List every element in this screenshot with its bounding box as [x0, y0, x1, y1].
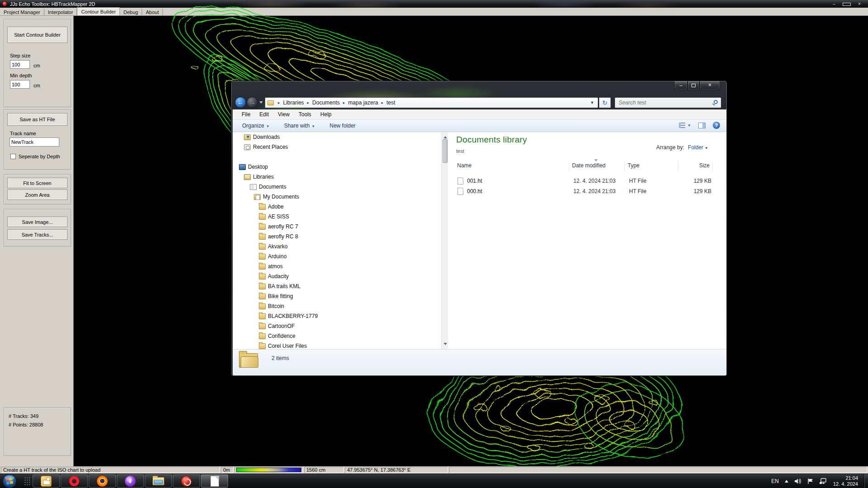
- explorer-maximize-button[interactable]: [687, 81, 700, 90]
- file-name: 001.ht: [467, 178, 571, 184]
- clock[interactable]: 21:04 12. 4. 2024: [833, 475, 858, 487]
- scroll-up-icon[interactable]: [444, 134, 447, 138]
- tree-item[interactable]: atmos: [233, 261, 441, 271]
- address-dropdown-icon[interactable]: ▼: [590, 100, 594, 105]
- tree-item-label: Documents: [259, 184, 286, 190]
- breadcrumb-item[interactable]: mapa jazera: [348, 99, 378, 106]
- tree-item[interactable]: Documents: [233, 182, 441, 192]
- network-icon[interactable]: [820, 478, 827, 484]
- explorer-window: – × ← → ▸ Libraries: [231, 81, 727, 376]
- scrollbar-thumb[interactable]: [443, 139, 448, 163]
- menu-item[interactable]: File: [237, 110, 255, 118]
- forward-button[interactable]: →: [247, 97, 258, 108]
- taskbar-app-button[interactable]: [145, 474, 172, 488]
- breadcrumb-item[interactable]: test: [386, 99, 395, 106]
- tree-item[interactable]: aerofly RC 8: [233, 232, 441, 242]
- tree-item[interactable]: Akvarko: [233, 242, 441, 251]
- show-hidden-icons-icon[interactable]: [785, 478, 788, 483]
- breadcrumb-item[interactable]: Documents: [312, 99, 340, 106]
- file-type: HT File: [626, 178, 680, 184]
- menu-item[interactable]: Help: [316, 110, 336, 118]
- step-size-input[interactable]: [10, 60, 30, 69]
- explorer-minimize-button[interactable]: –: [674, 81, 687, 90]
- menu-item[interactable]: View: [273, 110, 294, 118]
- tree-item-icon: [259, 284, 266, 289]
- explorer-close-button[interactable]: ×: [700, 81, 720, 90]
- tree-item[interactable]: Downloads: [233, 132, 441, 142]
- tree-item[interactable]: My Documents: [233, 192, 441, 202]
- tree-item[interactable]: Recent Places: [233, 142, 441, 152]
- save-as-ht-file-button[interactable]: Save as HT File: [7, 113, 67, 126]
- fit-to-screen-button[interactable]: Fit to Screen: [7, 178, 67, 188]
- tree-item[interactable]: [233, 152, 441, 162]
- tree-item[interactable]: Arduino: [233, 251, 441, 261]
- history-dropdown-icon[interactable]: [259, 101, 263, 105]
- action-center-flag-icon[interactable]: [807, 478, 814, 484]
- view-group: Fit to Screen Zoom Area: [4, 174, 71, 204]
- taskbar-app-button[interactable]: [61, 474, 88, 488]
- tree-item[interactable]: AE SISS: [233, 212, 441, 222]
- toolbar-button[interactable]: New folder: [325, 121, 361, 130]
- column-type[interactable]: Type: [625, 161, 678, 171]
- file-size: 129 KB: [680, 178, 714, 184]
- search-box[interactable]: [615, 97, 721, 108]
- tree-scrollbar[interactable]: [441, 132, 448, 349]
- tree-item[interactable]: Bitcoin: [233, 301, 441, 311]
- taskbar-app-button[interactable]: [33, 474, 60, 488]
- taskbar-app-button[interactable]: [89, 474, 116, 488]
- tree-item[interactable]: Audacity: [233, 271, 441, 281]
- taskbar-app-icon: [210, 476, 219, 487]
- change-view-button[interactable]: ▼: [679, 123, 691, 128]
- back-button[interactable]: ←: [235, 97, 246, 108]
- breadcrumb-item[interactable]: Libraries: [283, 99, 304, 106]
- column-size[interactable]: Size: [678, 161, 713, 171]
- volume-icon[interactable]: [794, 478, 801, 484]
- file-row[interactable]: 000.ht 12. 4. 2024 21:03 HT File 129 KB: [456, 186, 720, 196]
- column-name[interactable]: Name: [456, 161, 569, 171]
- tree-item-icon: [244, 174, 251, 180]
- taskbar-app-icon: [69, 476, 79, 486]
- scroll-down-icon[interactable]: [444, 343, 447, 347]
- show-desktop-button[interactable]: [864, 474, 868, 488]
- file-row[interactable]: 001.ht 12. 4. 2024 21:03 HT File 129 KB: [456, 175, 720, 186]
- toolbar-button[interactable]: Organize▼: [238, 121, 274, 130]
- tree-item[interactable]: Adobe: [233, 202, 441, 212]
- menu-item[interactable]: Edit: [255, 110, 273, 118]
- taskbar-app-button[interactable]: [117, 474, 144, 488]
- toolbar-button[interactable]: Share with▼: [280, 121, 320, 130]
- tree-item[interactable]: Libraries: [233, 172, 441, 182]
- save-image-button[interactable]: Save Image...: [7, 217, 67, 227]
- help-button[interactable]: ?: [713, 122, 720, 129]
- language-indicator[interactable]: EN: [771, 478, 779, 484]
- preview-pane-button[interactable]: [698, 123, 706, 128]
- tree-item[interactable]: aerofly RC 7: [233, 222, 441, 232]
- tree-item[interactable]: BLACKBERRY-1779: [233, 311, 441, 321]
- zoom-area-button[interactable]: Zoom Area: [7, 190, 67, 200]
- depth-scale-max: 1560 cm: [304, 467, 344, 473]
- desktop-screen: JJs Echo Toolbox: HBTrackMapper 2D – × P…: [0, 0, 868, 488]
- min-depth-input[interactable]: [10, 80, 30, 89]
- tree-item[interactable]: Confidence: [233, 331, 441, 341]
- separate-by-depth-checkbox[interactable]: [10, 154, 16, 159]
- refresh-button[interactable]: ↻: [599, 97, 611, 108]
- arrange-by[interactable]: Arrange by:Folder▼: [656, 144, 708, 151]
- tree-item[interactable]: CartoonOF: [233, 321, 441, 331]
- start-button[interactable]: [2, 474, 17, 488]
- track-name-input[interactable]: [10, 137, 59, 147]
- breadcrumb[interactable]: ▸ Libraries ▸ Documents ▸ mapa jazera: [265, 97, 598, 108]
- tree-item[interactable]: Corel User Files: [233, 341, 441, 349]
- menu-item[interactable]: Tools: [294, 110, 316, 118]
- tree-item[interactable]: BA trails KML: [233, 281, 441, 291]
- taskbar-app-button[interactable]: [173, 474, 200, 488]
- dropdown-arrow-icon: ▼: [264, 124, 270, 128]
- save-tracks-button[interactable]: Save Tracks...: [7, 229, 67, 240]
- breadcrumb-separator-icon: ▸: [304, 100, 313, 105]
- column-date-modified[interactable]: Date modified: [569, 161, 625, 171]
- tree-item[interactable]: Bike fitting: [233, 291, 441, 301]
- tree-item[interactable]: Desktop: [233, 162, 441, 172]
- start-contour-builder-button[interactable]: Start Contour Builder: [7, 27, 67, 43]
- arrange-by-value[interactable]: Folder: [684, 144, 703, 151]
- taskbar-app-button[interactable]: [201, 474, 228, 488]
- search-input[interactable]: [618, 99, 706, 107]
- depth-scale-min: 0m: [221, 467, 234, 473]
